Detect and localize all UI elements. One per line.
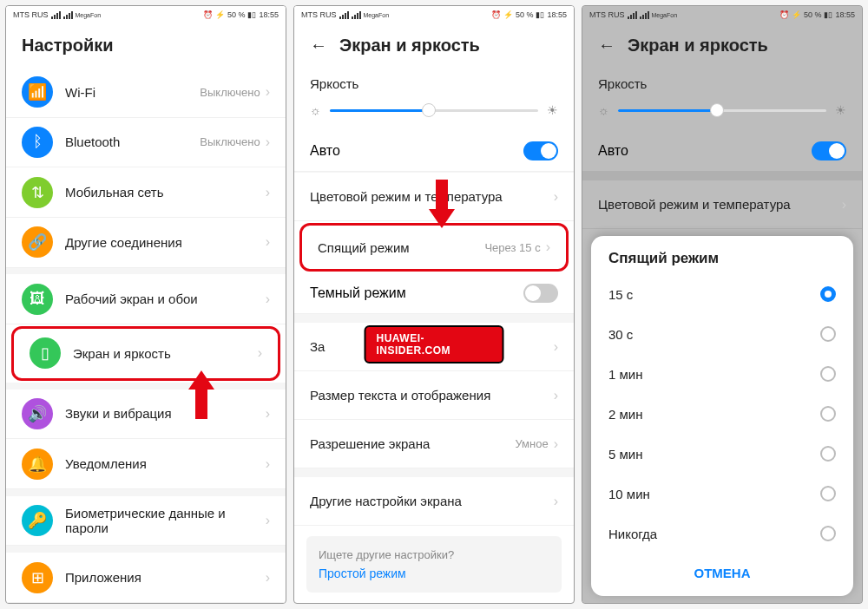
chevron-right-icon: ›	[554, 339, 558, 355]
chevron-right-icon: ›	[266, 291, 270, 307]
sleep-mode-modal-screen: MTS RUSMegaFon ⏰⚡50 %▮▯18:55 ← Экран и я…	[582, 5, 863, 604]
chevron-right-icon: ›	[266, 234, 270, 250]
display-row-4[interactable]: Размер текста и отображения›	[294, 371, 574, 420]
auto-toggle[interactable]	[523, 141, 558, 160]
bluetooth-icon: ᛒ	[22, 127, 53, 158]
modal-title: Спящий режим	[591, 250, 853, 274]
radio-icon	[820, 406, 836, 422]
back-button[interactable]: ←	[310, 36, 327, 56]
header: ← Экран и яркость	[294, 23, 574, 68]
display-settings-screen: MTS RUSMegaFon ⏰⚡50 %▮▯18:55 ← Экран и я…	[293, 5, 575, 604]
auto-label: Авто	[310, 143, 340, 159]
status-bar: MTS RUSMegaFon ⏰⚡50 %▮▯18:55	[6, 6, 286, 23]
chevron-right-icon: ›	[546, 239, 550, 255]
radio-icon	[820, 526, 836, 541]
chevron-right-icon: ›	[554, 388, 558, 403]
radio-icon	[820, 286, 836, 302]
settings-row-4[interactable]: 🖼Рабочий экран и обои›	[6, 274, 286, 324]
arrow-annotation	[188, 370, 214, 419]
sleep-option-6[interactable]: Никогда	[591, 514, 853, 553]
dark-mode-row[interactable]: Темный режим	[294, 273, 574, 314]
display-row-1[interactable]: Спящий режимЧерез 15 с›	[299, 223, 569, 272]
display-row-6[interactable]: Другие настройки экрана›	[294, 477, 574, 526]
hint-box: Ищете другие настройки? Простой режим	[306, 536, 562, 593]
radio-icon	[820, 326, 836, 342]
chevron-right-icon: ›	[554, 189, 558, 205]
key-icon: 🔑	[22, 505, 53, 536]
auto-brightness-row[interactable]: Авто	[582, 131, 862, 172]
chevron-right-icon: ›	[266, 406, 270, 422]
sleep-option-4[interactable]: 5 мин	[591, 434, 853, 474]
link-icon: 🔗	[22, 226, 53, 258]
chevron-right-icon: ›	[554, 494, 558, 509]
brightness-slider[interactable]	[618, 109, 826, 112]
arrow-annotation	[429, 180, 455, 228]
sun-low-icon: ☼	[310, 103, 321, 117]
settings-row-6[interactable]: 🔊Звуки и вибрация›	[6, 390, 286, 440]
watermark: HUAWEI-INSIDER.COM	[365, 325, 504, 363]
apps-icon: ⊞	[22, 562, 53, 593]
sleep-option-1[interactable]: 30 с	[591, 314, 853, 354]
wallpaper-icon: 🖼	[22, 284, 53, 315]
status-bar: MTS RUSMegaFon ⏰⚡50 %▮▯18:55	[294, 6, 574, 23]
chevron-right-icon: ›	[266, 570, 270, 586]
color-mode-row[interactable]: Цветовой режим и температура ›	[582, 180, 862, 229]
brightness-label: Яркость	[582, 68, 862, 96]
chevron-right-icon: ›	[266, 185, 270, 200]
settings-row-7[interactable]: 🔔Уведомления›	[6, 439, 286, 489]
back-button[interactable]: ←	[598, 36, 615, 56]
page-title: Настройки	[22, 36, 114, 56]
settings-row-1[interactable]: ᛒBluetoothВыключено›	[6, 118, 286, 168]
radio-icon	[820, 446, 836, 462]
mobile-icon: ⇅	[22, 177, 53, 208]
settings-screen: MTS RUSMegaFon ⏰⚡50 %▮▯18:55 Настройки 📶…	[5, 5, 286, 604]
simple-mode-link[interactable]: Простой режим	[319, 566, 549, 580]
chevron-right-icon: ›	[258, 345, 262, 361]
settings-row-5[interactable]: ▯Экран и яркость›	[11, 326, 280, 381]
cancel-button[interactable]: ОТМЕНА	[591, 553, 853, 593]
brightness-slider-row: ☼ ☀	[294, 96, 574, 131]
header: Настройки	[6, 23, 286, 68]
chevron-right-icon: ›	[266, 456, 270, 472]
settings-row-2[interactable]: ⇅Мобильная сеть›	[6, 167, 286, 218]
sleep-option-5[interactable]: 10 мин	[591, 474, 853, 514]
auto-toggle[interactable]	[812, 141, 846, 160]
wifi-icon: 📶	[22, 76, 53, 108]
display-icon: ▯	[30, 337, 61, 369]
status-bar: MTS RUSMegaFon ⏰⚡50 %▮▯18:55	[582, 6, 862, 23]
radio-icon	[820, 366, 836, 382]
sleep-mode-modal: Спящий режим 15 с30 с1 мин2 мин5 мин10 м…	[591, 236, 853, 596]
bell-icon: 🔔	[22, 449, 53, 480]
auto-brightness-row[interactable]: Авто	[294, 131, 574, 172]
radio-icon	[820, 486, 836, 501]
page-title: Экран и яркость	[628, 36, 768, 56]
display-row-5[interactable]: Разрешение экранаУмное›	[294, 420, 574, 468]
chevron-right-icon: ›	[554, 436, 558, 452]
page-title: Экран и яркость	[339, 36, 480, 56]
settings-list: 📶Wi-FiВыключено›ᛒBluetoothВыключено›⇅Моб…	[6, 68, 286, 603]
brightness-slider[interactable]	[330, 109, 538, 112]
header: ← Экран и яркость	[582, 23, 862, 68]
settings-row-3[interactable]: 🔗Другие соединения›	[6, 218, 286, 268]
chevron-right-icon: ›	[842, 197, 846, 213]
settings-row-8[interactable]: 🔑Биометрические данные и пароли›	[6, 496, 286, 547]
sleep-option-2[interactable]: 1 мин	[591, 354, 853, 394]
brightness-label: Яркость	[294, 68, 574, 96]
sleep-option-3[interactable]: 2 мин	[591, 394, 853, 434]
sound-icon: 🔊	[22, 398, 53, 429]
sun-high-icon: ☀	[547, 103, 558, 117]
dark-mode-toggle[interactable]	[523, 284, 558, 303]
settings-row-9[interactable]: ⊞Приложения›	[6, 553, 286, 603]
brightness-slider-row: ☼ ☀	[582, 96, 862, 131]
chevron-right-icon: ›	[266, 513, 270, 528]
sleep-option-0[interactable]: 15 с	[591, 274, 853, 314]
sun-high-icon: ☀	[835, 103, 846, 117]
sun-low-icon: ☼	[598, 103, 609, 117]
hint-question: Ищете другие настройки?	[319, 548, 549, 561]
chevron-right-icon: ›	[266, 84, 270, 100]
chevron-right-icon: ›	[266, 134, 270, 150]
auto-label: Авто	[598, 143, 628, 159]
settings-row-0[interactable]: 📶Wi-FiВыключено›	[6, 68, 286, 118]
